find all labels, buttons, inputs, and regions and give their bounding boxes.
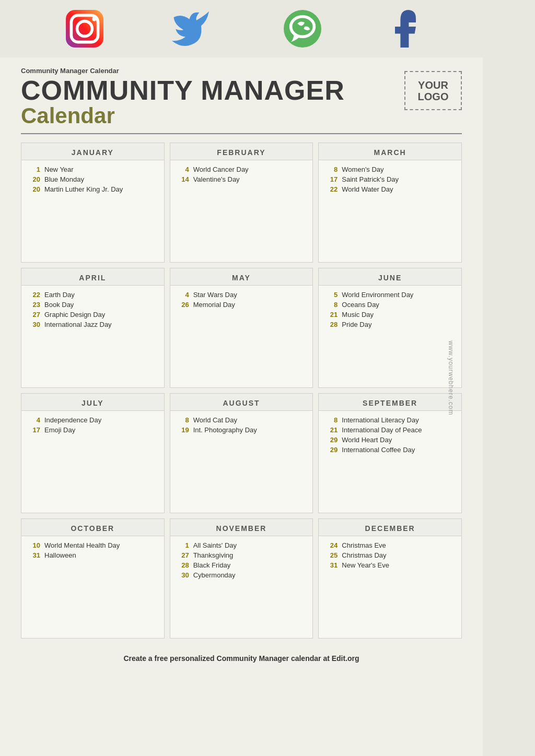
month-cell-august: AUGUST8World Cat Day19Int. Photography D… <box>170 393 313 513</box>
month-cell-february: FEBRUARY4World Cancer Day14Valentine's D… <box>170 143 313 263</box>
event-day: 24 <box>325 541 338 549</box>
event-row: 8Oceans Day <box>325 301 455 309</box>
logo-text: YOURLOGO <box>418 79 449 102</box>
event-row: 1New Year <box>28 166 158 173</box>
event-name: Oceans Day <box>342 301 379 309</box>
month-name: JULY <box>21 394 164 411</box>
watermark: www.yourwebhere.com <box>447 340 454 415</box>
month-name: DECEMBER <box>319 519 461 536</box>
month-name: AUGUST <box>170 394 313 411</box>
month-cell-may: MAY4Star Wars Day26Memorial Day <box>170 268 313 388</box>
month-cell-july: JULY4Independence Day17Emoji Day <box>21 393 165 513</box>
event-row: 26Memorial Day <box>177 301 307 309</box>
month-cell-march: MARCH8Women's Day17Saint Patrick's Day22… <box>318 143 462 263</box>
event-row: 22Earth Day <box>28 291 158 299</box>
calendar-grid: JANUARY1New Year20Blue Monday20Martin Lu… <box>0 143 483 639</box>
twitter-icon <box>170 9 217 49</box>
event-row: 4World Cancer Day <box>177 166 307 173</box>
header-subtitle: Community Manager Calendar <box>21 67 345 75</box>
event-day: 4 <box>28 416 40 424</box>
event-name: Black Friday <box>193 561 231 569</box>
event-day: 8 <box>325 416 338 424</box>
month-events: 4World Cancer Day14Valentine's Day <box>170 160 313 191</box>
month-events: 4Independence Day17Emoji Day <box>21 411 164 441</box>
event-day: 31 <box>28 551 40 559</box>
month-cell-october: OCTOBER10World Mental Health Day31Hallow… <box>21 518 165 639</box>
event-name: Christmas Day <box>342 551 386 559</box>
instagram-icon <box>64 8 106 50</box>
event-row: 21International Day of Peace <box>325 426 455 434</box>
event-day: 1 <box>177 541 189 549</box>
event-name: International Literacy Day <box>342 416 418 424</box>
month-name: JUNE <box>319 268 461 286</box>
month-cell-november: NOVEMBER1All Saints' Day27Thanksgiving28… <box>170 518 313 639</box>
event-name: Independence Day <box>44 416 101 424</box>
event-day: 4 <box>177 166 189 173</box>
event-day: 20 <box>28 185 40 193</box>
month-name: NOVEMBER <box>170 519 313 536</box>
event-name: New Year <box>44 166 74 173</box>
event-row: 8World Cat Day <box>177 416 307 424</box>
event-name: World Cat Day <box>193 416 237 424</box>
event-name: Memorial Day <box>193 301 235 309</box>
social-banner <box>0 0 483 57</box>
facebook-icon <box>388 8 419 50</box>
month-name: SEPTEMBER <box>319 394 461 411</box>
event-day: 30 <box>177 571 189 579</box>
month-cell-april: APRIL22Earth Day23Book Day27Graphic Desi… <box>21 268 165 388</box>
event-row: 1All Saints' Day <box>177 541 307 549</box>
event-name: World Water Day <box>342 185 393 193</box>
event-name: Earth Day <box>44 291 75 299</box>
event-row: 31New Year's Eve <box>325 561 455 569</box>
month-events: 1New Year20Blue Monday20Martin Luther Ki… <box>21 160 164 200</box>
event-name: Blue Monday <box>44 175 84 183</box>
event-row: 30Cybermonday <box>177 571 307 579</box>
event-name: Star Wars Day <box>193 291 237 299</box>
event-row: 22World Water Day <box>325 185 455 193</box>
event-day: 21 <box>325 426 338 434</box>
event-day: 25 <box>325 551 338 559</box>
month-cell-june: JUNE5World Environment Day8Oceans Day21M… <box>318 268 462 388</box>
event-name: International Jazz Day <box>44 321 112 328</box>
event-name: International Coffee Day <box>342 446 415 454</box>
event-name: Women's Day <box>342 166 383 173</box>
event-name: Music Day <box>342 311 374 318</box>
footer: Create a free personalized Community Man… <box>0 645 483 670</box>
event-row: 4Star Wars Day <box>177 291 307 299</box>
event-row: 27Thanksgiving <box>177 551 307 559</box>
event-row: 10World Mental Health Day <box>28 541 158 549</box>
event-name: Graphic Design Day <box>44 311 105 318</box>
event-name: Christmas Eve <box>342 541 386 549</box>
event-name: Valentine's Day <box>193 175 240 183</box>
month-events: 24Christmas Eve25Christmas Day31New Year… <box>319 536 461 576</box>
month-events: 8International Literacy Day21Internation… <box>319 411 461 461</box>
month-events: 1All Saints' Day27Thanksgiving28Black Fr… <box>170 536 313 586</box>
event-row: 17Saint Patrick's Day <box>325 175 455 183</box>
event-day: 4 <box>177 291 189 299</box>
event-day: 22 <box>28 291 40 299</box>
header-title-sub: Calendar <box>21 104 345 128</box>
event-row: 25Christmas Day <box>325 551 455 559</box>
event-day: 8 <box>325 301 338 309</box>
month-name: MARCH <box>319 143 461 160</box>
event-day: 17 <box>325 175 338 183</box>
event-day: 30 <box>28 321 40 328</box>
event-name: World Cancer Day <box>193 166 249 173</box>
event-row: 19Int. Photography Day <box>177 426 307 434</box>
event-row: 27Graphic Design Day <box>28 311 158 318</box>
event-day: 23 <box>28 301 40 309</box>
event-day: 8 <box>177 416 189 424</box>
event-day: 1 <box>28 166 40 173</box>
event-row: 17Emoji Day <box>28 426 158 434</box>
event-name: Cybermonday <box>193 571 236 579</box>
event-name: World Environment Day <box>342 291 413 299</box>
month-cell-january: JANUARY1New Year20Blue Monday20Martin Lu… <box>21 143 165 263</box>
svg-point-3 <box>92 17 96 21</box>
event-row: 28Black Friday <box>177 561 307 569</box>
month-name: FEBRUARY <box>170 143 313 160</box>
month-cell-september: SEPTEMBER8International Literacy Day21In… <box>318 393 462 513</box>
month-events: 4Star Wars Day26Memorial Day <box>170 286 313 316</box>
event-row: 5World Environment Day <box>325 291 455 299</box>
event-day: 27 <box>177 551 189 559</box>
event-day: 29 <box>325 446 338 454</box>
